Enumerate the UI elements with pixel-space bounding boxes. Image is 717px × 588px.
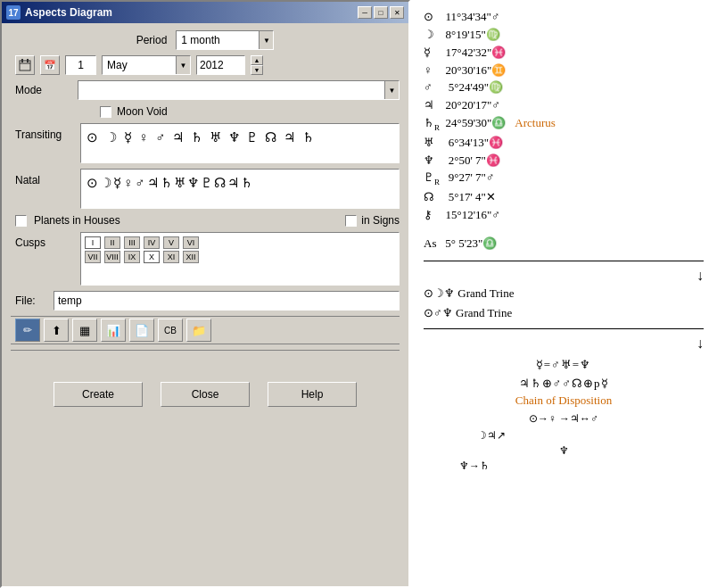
minimize-button[interactable]: ─ bbox=[358, 6, 372, 19]
chain-section: ☿=♂♅=♆ ♃♄⊕♂♂☊⊕p☿ Chain of Disposition ⊙→… bbox=[424, 356, 704, 475]
divider-arrow-row-2: ↓ bbox=[424, 335, 704, 352]
astro-data: ⊙ 11°34'34"♂ ☽ 8°19'15"♍ ☿ 17°42'32"♓ ♀ … bbox=[424, 9, 704, 475]
title-bar-left: 17 Aspects Diagram bbox=[6, 5, 112, 20]
file-row: File: temp bbox=[11, 291, 400, 311]
in-signs-checkbox[interactable] bbox=[345, 215, 357, 227]
close-dialog-button[interactable]: Close bbox=[161, 382, 250, 407]
mars-value: 5°24'49"♍ bbox=[440, 79, 503, 96]
as-row: As 5° 5'23"♎ bbox=[424, 236, 704, 251]
planets-in-houses-label: Planets in Houses bbox=[34, 214, 120, 227]
mode-dropdown[interactable]: ▼ bbox=[78, 80, 400, 100]
moon-value: 8°19'15"♍ bbox=[440, 27, 500, 44]
calendar-icon-btn[interactable] bbox=[15, 55, 35, 75]
file-toolbar-btn[interactable]: 📄 bbox=[129, 319, 154, 342]
cusp-6[interactable]: VI bbox=[183, 236, 199, 249]
month-dropdown-arrow[interactable]: ▼ bbox=[176, 56, 190, 74]
calendar-icon bbox=[19, 59, 31, 71]
cusp-3[interactable]: III bbox=[124, 236, 140, 249]
year-input[interactable]: 2012 bbox=[196, 55, 245, 75]
file-input[interactable]: temp bbox=[54, 291, 400, 311]
planet-row-chiron: ⚷ 15°12'16"♂ bbox=[424, 207, 704, 224]
period-label: Period bbox=[136, 34, 168, 46]
cusp-10[interactable]: X bbox=[144, 251, 160, 263]
planet-row-moon: ☽ 8°19'15"♍ bbox=[424, 27, 704, 44]
chain-symbols-2: ♃♄⊕♂♂☊⊕p☿ bbox=[424, 375, 704, 393]
year-spin-up[interactable]: ▲ bbox=[251, 55, 263, 65]
month-dropdown[interactable]: May ▼ bbox=[102, 55, 191, 75]
year-spin-down[interactable]: ▼ bbox=[251, 65, 263, 75]
spacer1 bbox=[424, 225, 704, 232]
svg-rect-0 bbox=[20, 61, 30, 70]
title-bar: 17 Aspects Diagram ─ □ ✕ bbox=[2, 2, 408, 23]
upload-toolbar-btn[interactable]: ⬆ bbox=[44, 319, 69, 342]
date-icon-btn2[interactable]: 📅 bbox=[40, 55, 60, 75]
planet-row-sun: ⊙ 11°34'34"♂ bbox=[424, 9, 704, 26]
planet-row-jupiter: ♃ 20°20'17"♂ bbox=[424, 97, 704, 114]
planets-in-houses-checkbox[interactable] bbox=[15, 215, 27, 227]
month-value: May bbox=[103, 57, 176, 73]
cusp-4[interactable]: IV bbox=[144, 236, 160, 249]
file-icon: 📄 bbox=[135, 324, 149, 337]
grid-toolbar-btn[interactable]: ▦ bbox=[72, 319, 97, 342]
chain-flow-3-row: ♆ bbox=[424, 444, 704, 458]
natal-label: Natal bbox=[15, 169, 73, 186]
maximize-button[interactable]: □ bbox=[374, 6, 388, 19]
dialog-title: Aspects Diagram bbox=[25, 6, 112, 19]
node-value: 5°17' 4"✕ bbox=[440, 189, 496, 206]
create-button[interactable]: Create bbox=[54, 382, 143, 407]
as-label: As 5° 5'23"♎ bbox=[424, 236, 497, 250]
cusp-9[interactable]: IX bbox=[124, 251, 140, 263]
day-input[interactable]: 1 bbox=[65, 55, 96, 75]
help-button[interactable]: Help bbox=[268, 382, 357, 407]
divider-2 bbox=[424, 328, 704, 329]
natal-symbols: ⊙☽☿♀♂♃♄♅♆♇☊♃♄ bbox=[87, 176, 254, 190]
cusps-row-2: VII VIII IX X XI XII bbox=[85, 251, 395, 263]
natal-planet-box[interactable]: ⊙☽☿♀♂♃♄♅♆♇☊♃♄ bbox=[80, 169, 400, 209]
edit-toolbar-btn[interactable]: ✏ bbox=[15, 319, 40, 342]
mode-row: Mode ▼ bbox=[11, 80, 400, 100]
moon-void-checkbox[interactable] bbox=[100, 106, 111, 118]
saturn-symbol: ♄R bbox=[424, 115, 440, 134]
transiting-label: Transiting bbox=[15, 123, 73, 141]
copy-toolbar-btn[interactable]: CB bbox=[158, 319, 183, 342]
planet-row-saturn: ♄R 24°59'30"♎ Arcturus bbox=[424, 115, 704, 134]
grid-icon: ▦ bbox=[79, 324, 90, 337]
planet-row-venus: ♀ 20°30'16"♊ bbox=[424, 62, 704, 79]
file-label: File: bbox=[15, 294, 46, 307]
mode-label: Mode bbox=[15, 84, 69, 96]
cusp-2[interactable]: II bbox=[104, 236, 120, 249]
jupiter-value: 20°20'17"♂ bbox=[440, 97, 500, 114]
venus-value: 20°30'16"♊ bbox=[440, 62, 506, 79]
uranus-value: 6°34'13"♓ bbox=[440, 135, 503, 152]
cusps-row-1: I II III IV V VI bbox=[85, 236, 395, 249]
period-dropdown[interactable]: 1 month ▼ bbox=[176, 30, 274, 50]
cusp-1[interactable]: I bbox=[85, 236, 101, 249]
cusps-grid: I II III IV V VI VII VIII IX X XI XII bbox=[80, 232, 400, 286]
jupiter-symbol: ♃ bbox=[424, 97, 440, 114]
folder-toolbar-btn[interactable]: 📁 bbox=[186, 319, 211, 342]
cusp-11[interactable]: XI bbox=[163, 251, 179, 263]
cusp-12[interactable]: XII bbox=[183, 251, 199, 263]
cusp-5[interactable]: V bbox=[163, 236, 179, 249]
transiting-planet-box[interactable]: ⊙ ☽ ☿ ♀ ♂ ♃ ♄ ♅ ♆ ♇ ☊ ♃ ♄ bbox=[80, 123, 400, 163]
bottom-buttons: Create Close Help bbox=[11, 375, 400, 414]
arcturus-label: Arcturus bbox=[515, 115, 556, 132]
mercury-value: 17°42'32"♓ bbox=[440, 45, 506, 62]
mode-dropdown-arrow[interactable]: ▼ bbox=[384, 81, 399, 99]
chart-toolbar-btn[interactable]: 📊 bbox=[101, 319, 126, 342]
divider-arrow-row-1: ↓ bbox=[424, 268, 704, 284]
planet-row-uranus: ♅ 6°34'13"♓ bbox=[424, 135, 704, 152]
chain-flow-1: ⊙→♀ →♃↔♂ bbox=[424, 410, 704, 427]
planet-row-pluto: ♇R 9°27' 7"♂ bbox=[424, 170, 704, 188]
period-dropdown-arrow[interactable]: ▼ bbox=[259, 31, 273, 49]
period-value: 1 month bbox=[177, 32, 259, 48]
chiron-symbol: ⚷ bbox=[424, 207, 440, 224]
mars-symbol: ♂ bbox=[424, 79, 440, 96]
natal-section: Natal ⊙☽☿♀♂♃♄♅♆♇☊♃♄ bbox=[11, 169, 400, 209]
cusp-8[interactable]: VIII bbox=[104, 251, 120, 263]
cusp-7[interactable]: VII bbox=[85, 251, 101, 263]
close-button[interactable]: ✕ bbox=[390, 6, 404, 19]
dialog-content: Period 1 month ▼ 📅 1 May ▼ 20 bbox=[2, 23, 408, 586]
transiting-symbols: ⊙ ☽ ☿ ♀ ♂ ♃ ♄ ♅ ♆ ♇ ☊ ♃ ♄ bbox=[87, 130, 316, 145]
uranus-symbol: ♅ bbox=[424, 135, 440, 152]
